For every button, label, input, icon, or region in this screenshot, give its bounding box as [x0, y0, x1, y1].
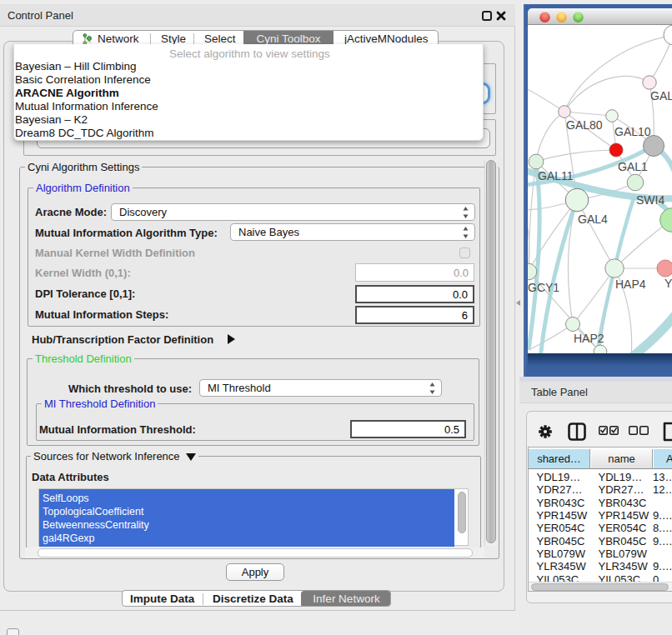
- svg-text:GAL10: GAL10: [614, 125, 651, 138]
- svg-text:SWI4: SWI4: [636, 193, 664, 207]
- svg-text:GAL1: GAL1: [618, 160, 648, 173]
- svg-text:GAL11: GAL11: [538, 169, 574, 182]
- svg-text:Y: Y: [664, 277, 672, 290]
- svg-text:GAL7: GAL7: [650, 89, 672, 102]
- svg-text:HAP2: HAP2: [574, 332, 604, 345]
- svg-text:GCY1: GCY1: [528, 281, 559, 294]
- svg-text:GAL80: GAL80: [566, 118, 603, 132]
- svg-text:HAP4: HAP4: [615, 278, 646, 291]
- svg-text:GAL4: GAL4: [578, 212, 608, 226]
